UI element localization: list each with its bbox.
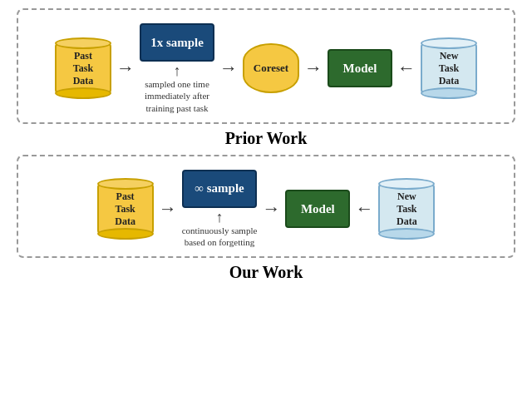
prior-work-top-row: Past Task Data 1x sample ↑ sampled one t… [55,23,477,114]
our-work-section: Past Task Data ∞ sample ↑ continuously s… [17,155,515,288]
prior-new-task-cylinder: New Task Data [421,35,477,102]
our-work-diagram: Past Task Data ∞ sample ↑ continuously s… [17,155,515,259]
our-work-title: Our Work [17,263,515,282]
our-new-cyl-body: New Task Data [378,184,435,234]
our-annotation-area: ↑ continuously samplebased on forgetting [182,210,258,249]
prior-past-cyl-body: Past Task Data [55,43,111,93]
our-arrow-1 [159,198,177,220]
our-annotation-text: continuously samplebased on forgetting [182,225,258,249]
prior-annotation-arrow: ↑ [173,63,180,78]
our-arrow-3 [355,198,373,220]
prior-work-section: Past Task Data 1x sample ↑ sampled one t… [17,8,515,153]
prior-sample-with-annotation: 1x sample ↑ sampled one timeimmediately … [140,23,214,114]
prior-new-cyl-body: New Task Data [421,43,477,93]
our-past-cyl-body: Past Task Data [97,184,154,234]
prior-arrow-3 [304,57,323,79]
prior-past-task-cylinder: Past Task Data [55,35,111,102]
prior-arrow-1 [116,57,135,79]
prior-annotation-text: sampled one timeimmediately aftertrainin… [145,78,209,114]
prior-new-task-label: New Task Data [439,50,460,87]
prior-new-cyl-bottom [421,87,477,99]
prior-work-flow: Past Task Data 1x sample ↑ sampled one t… [27,23,505,114]
prior-sample-box: 1x sample [140,23,214,62]
prior-model-box: Model [328,49,392,87]
our-sample-box: ∞ sample [182,170,257,208]
prior-past-task-label: Past Task Data [73,50,94,87]
prior-arrow-2 [219,57,238,79]
our-new-task-label: New Task Data [397,191,417,228]
our-arrow-2 [262,198,280,220]
our-new-cyl-bottom [378,228,435,240]
our-work-top-row: Past Task Data ∞ sample ↑ continuously s… [97,170,436,249]
our-past-task-cylinder: Past Task Data [97,176,154,242]
prior-model-label: Model [343,62,377,76]
our-sample-with-annotation: ∞ sample ↑ continuously samplebased on f… [182,170,258,249]
prior-work-title: Prior Work [17,129,515,148]
prior-arrow-4 [397,57,416,79]
our-annotation-arrow: ↑ [216,210,224,225]
prior-work-diagram: Past Task Data 1x sample ↑ sampled one t… [17,8,515,124]
our-work-flow: Past Task Data ∞ sample ↑ continuously s… [27,170,505,249]
our-model-label: Model [301,202,335,216]
prior-annotation-area: ↑ sampled one timeimmediately aftertrain… [145,63,209,114]
prior-coreset-label: Coreset [254,62,288,75]
our-sample-label: ∞ sample [195,181,244,196]
prior-coreset-box: Coreset [243,43,299,93]
our-past-task-label: Past Task Data [115,191,135,228]
prior-past-cyl-bottom [55,87,111,99]
our-new-task-cylinder: New Task Data [378,176,435,242]
prior-sample-label: 1x sample [150,36,204,50]
our-model-box: Model [285,190,350,228]
our-past-cyl-bottom [97,228,154,240]
